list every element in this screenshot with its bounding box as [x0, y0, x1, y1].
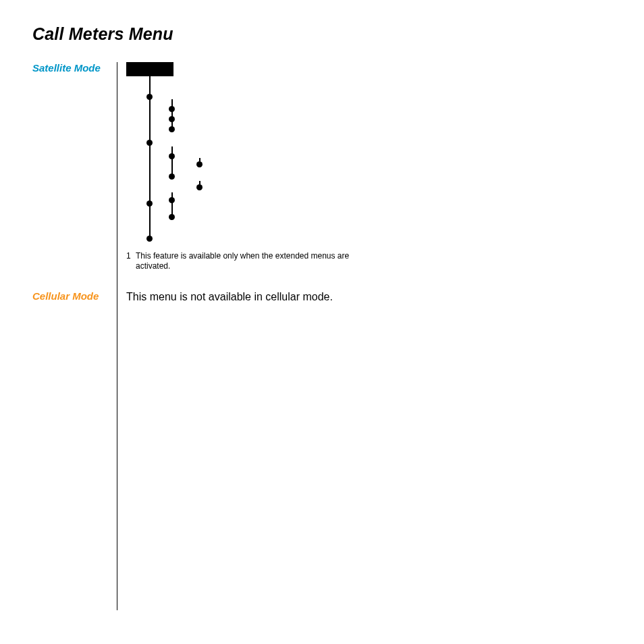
- tree-node-icon: [169, 106, 175, 112]
- tree-node-icon: [196, 161, 203, 167]
- tree-node-icon: [169, 116, 175, 122]
- tree-node-icon: [146, 94, 153, 100]
- tree-node-icon: [169, 153, 175, 159]
- tree-node-icon: [146, 236, 153, 242]
- cellular-body-text: This menu is not available in cellular m…: [126, 290, 333, 304]
- document-page: Call Meters Menu Satellite Mode Cellular…: [0, 0, 644, 644]
- footnote: 1This feature is available only when the…: [126, 251, 383, 271]
- page-title: Call Meters Menu: [32, 24, 173, 44]
- tree-trunk-icon: [149, 76, 151, 238]
- tree-node-icon: [146, 140, 153, 146]
- tree-node-icon: [169, 173, 175, 180]
- tree-root-icon: [126, 62, 173, 76]
- section-label-satellite: Satellite Mode: [32, 62, 113, 74]
- tree-node-icon: [169, 197, 175, 203]
- tree-node-icon: [169, 126, 175, 132]
- tree-node-icon: [146, 200, 153, 207]
- tree-node-icon: [196, 184, 203, 190]
- section-label-cellular: Cellular Mode: [32, 290, 113, 302]
- tree-node-icon: [169, 214, 175, 220]
- footnote-text: This feature is available only when the …: [136, 251, 372, 271]
- vertical-divider: [117, 62, 117, 610]
- menu-tree-diagram: [126, 62, 376, 251]
- footnote-marker: 1: [126, 251, 136, 261]
